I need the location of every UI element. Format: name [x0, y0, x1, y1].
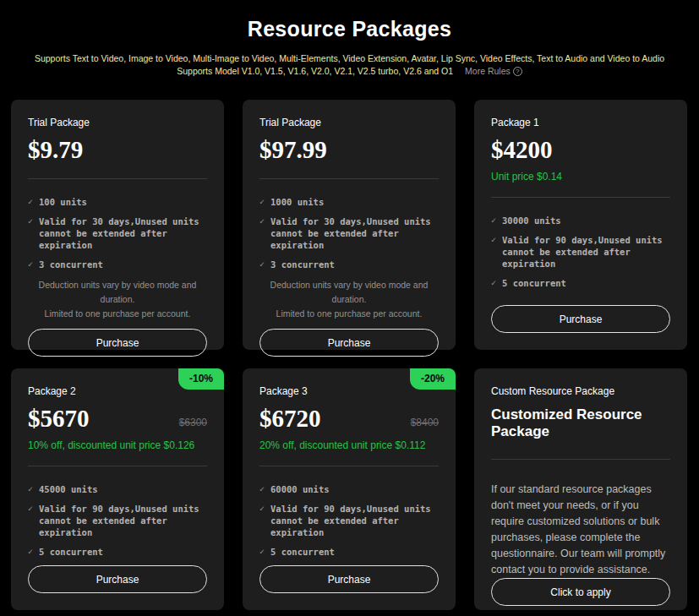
check-icon: ✓ [491, 277, 496, 289]
note-line: Limited to one purchase per account. [259, 307, 439, 321]
feature-item: ✓1000 units [259, 196, 439, 208]
package-name: Package 1 [491, 117, 670, 128]
divider [28, 178, 207, 179]
purchase-note: Deduction units vary by video mode and d… [259, 278, 439, 321]
package-name: Trial Package [259, 117, 439, 128]
divider [491, 197, 670, 198]
check-icon: ✓ [259, 259, 265, 270]
price-row: $6720 $8400 [259, 405, 439, 433]
packages-grid: Trial Package $9.79 ✓100 units ✓Valid fo… [11, 100, 688, 610]
check-icon: ✓ [28, 483, 33, 495]
feature-text: 100 units [39, 196, 87, 208]
card-trial-package-1: Trial Package $9.79 ✓100 units ✓Valid fo… [11, 100, 224, 350]
unit-price-note: 20% off, discounted unit price $0.112 [259, 439, 439, 451]
package-name: Custom Resource Package [491, 385, 670, 397]
feature-text: Valid for 90 days,Unused units cannot be… [502, 234, 670, 270]
subtitle-line-1: Supports Text to Video, Image to Video, … [0, 52, 699, 65]
card-footer: Deduction units vary by video mode and d… [28, 278, 207, 357]
feature-item: ✓5 concurrent [28, 546, 207, 558]
purchase-button[interactable]: Purchase [259, 565, 439, 593]
feature-item: ✓Valid for 90 days,Unused units cannot b… [28, 503, 207, 538]
card-package-1: Package 1 $4200 Unit price $0.14 ✓30000 … [474, 100, 687, 350]
card-footer: Purchase [28, 565, 207, 593]
info-icon[interactable]: ? [513, 67, 522, 76]
divider [491, 459, 670, 460]
feature-list: ✓45000 units ✓Valid for 90 days,Unused u… [28, 483, 207, 565]
feature-text: 60000 units [270, 483, 330, 495]
package-price: $9.79 [28, 136, 83, 164]
package-name: Trial Package [28, 117, 207, 128]
subtitle-line-2: Supports Model V1.0, V1.5, V1.6, V2.0, V… [177, 65, 453, 78]
package-price: $4200 [491, 136, 553, 164]
check-icon: ✓ [28, 259, 33, 270]
check-icon: ✓ [28, 546, 33, 558]
discount-badge: -10% [178, 368, 224, 390]
purchase-button[interactable]: Purchase [259, 329, 439, 357]
more-rules-link[interactable]: More Rules ? [465, 65, 522, 78]
check-icon: ✓ [259, 215, 265, 251]
package-name: Package 3 [259, 385, 439, 397]
package-price: $5670 [28, 405, 90, 433]
feature-text: Valid for 30 days,Unused units cannot be… [270, 215, 439, 251]
purchase-button[interactable]: Purchase [491, 305, 670, 333]
page-subtitle: Supports Text to Video, Image to Video, … [0, 52, 699, 78]
feature-item: ✓5 concurrent [491, 277, 670, 289]
package-name: Package 2 [28, 385, 207, 397]
feature-item: ✓30000 units [491, 215, 670, 226]
feature-list: ✓1000 units ✓Valid for 30 days,Unused un… [259, 196, 439, 278]
check-icon: ✓ [259, 483, 265, 495]
feature-item: ✓Valid for 30 days,Unused units cannot b… [259, 215, 439, 251]
purchase-button[interactable]: Purchase [28, 329, 207, 357]
feature-text: Valid for 90 days,Unused units cannot be… [39, 503, 207, 538]
discount-badge: -20% [410, 368, 456, 390]
page-header: Resource Packages Supports Text to Video… [0, 0, 699, 78]
feature-item: ✓Valid for 90 days,Unused units cannot b… [259, 503, 439, 538]
card-custom-package: Custom Resource Package Customized Resou… [474, 368, 687, 610]
custom-package-heading: Customized Resource Package [491, 406, 670, 440]
check-icon: ✓ [28, 503, 33, 538]
feature-list: ✓30000 units ✓Valid for 90 days,Unused u… [491, 215, 670, 297]
purchase-note: Deduction units vary by video mode and d… [28, 278, 207, 321]
unit-price-note: 10% off, discounted unit price $0.126 [28, 439, 207, 451]
feature-text: 5 concurrent [270, 546, 335, 558]
note-line: Deduction units vary by video mode and d… [28, 278, 207, 307]
check-icon: ✓ [491, 215, 496, 226]
divider [259, 466, 439, 466]
feature-list: ✓60000 units ✓Valid for 90 days,Unused u… [259, 483, 439, 565]
price-row: $5670 $6300 [28, 405, 207, 433]
feature-text: 1000 units [270, 196, 324, 208]
subtitle-line-2-row: Supports Model V1.0, V1.5, V1.6, V2.0, V… [177, 65, 522, 78]
price-row: $9.79 [28, 136, 207, 164]
unit-price-note: Unit price $0.14 [491, 171, 670, 183]
feature-text: 30000 units [502, 215, 561, 226]
feature-text: 3 concurrent [39, 259, 103, 270]
feature-item: ✓Valid for 90 days,Unused units cannot b… [491, 234, 670, 270]
check-icon: ✓ [259, 196, 265, 208]
card-footer: Click to apply [491, 578, 670, 606]
feature-item: ✓3 concurrent [28, 259, 207, 270]
divider [259, 178, 439, 179]
feature-text: 5 concurrent [502, 277, 566, 289]
feature-item: ✓60000 units [259, 483, 439, 495]
page-title: Resource Packages [0, 17, 699, 41]
check-icon: ✓ [491, 234, 496, 270]
note-line: Limited to one purchase per account. [28, 307, 207, 321]
feature-item: ✓5 concurrent [259, 546, 439, 558]
card-package-2: -10% Package 2 $5670 $6300 10% off, disc… [11, 368, 224, 610]
original-price: $6300 [179, 417, 207, 428]
check-icon: ✓ [259, 503, 265, 538]
feature-text: 3 concurrent [270, 259, 335, 270]
card-footer: Deduction units vary by video mode and d… [259, 278, 439, 357]
check-icon: ✓ [259, 546, 265, 558]
check-icon: ✓ [28, 215, 33, 251]
note-line: Deduction units vary by video mode and d… [259, 278, 439, 307]
package-price: $6720 [259, 405, 321, 433]
card-footer: Purchase [491, 305, 670, 333]
feature-list: ✓100 units ✓Valid for 30 days,Unused uni… [28, 196, 207, 278]
purchase-button[interactable]: Purchase [28, 565, 207, 593]
price-row: $4200 [491, 136, 670, 164]
card-trial-package-2: Trial Package $97.99 ✓1000 units ✓Valid … [243, 100, 456, 350]
feature-text: 5 concurrent [39, 546, 103, 558]
feature-item: ✓3 concurrent [259, 259, 439, 270]
click-to-apply-button[interactable]: Click to apply [491, 578, 670, 606]
